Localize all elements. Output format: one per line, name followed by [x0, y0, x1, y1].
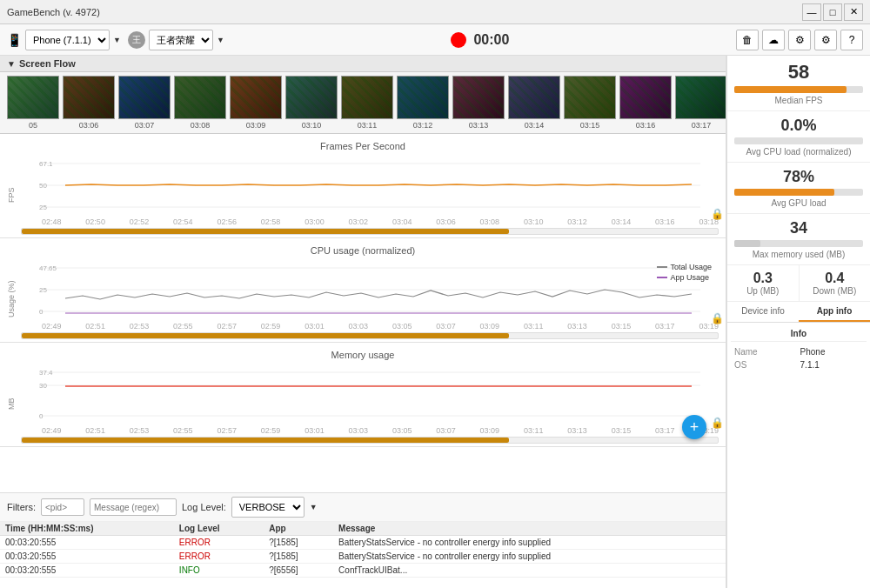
memory-lock-icon[interactable]: 🔒	[711, 417, 724, 429]
cpu-legend-app: App Usage	[670, 273, 709, 282]
max-mem-bar-container	[734, 240, 863, 247]
pid-filter-input[interactable]	[41, 498, 84, 516]
cpu-legend-total: Total Usage	[670, 263, 712, 271]
thumbnail-item[interactable]: 03:13	[452, 76, 505, 130]
log-table-container[interactable]: Time (HH:MM:SS:ms) Log Level App Message…	[0, 522, 726, 588]
dropdown-arrow-icon: ▼	[113, 36, 121, 44]
tab-app-info[interactable]: App info	[799, 302, 870, 322]
memory-y-label: MB	[7, 364, 21, 444]
cpu-scrollbar-thumb	[22, 333, 509, 338]
svg-text:0: 0	[39, 308, 44, 316]
info-panel: Info NamePhoneOS7.1.1	[727, 323, 870, 588]
col-message: Message	[333, 522, 726, 536]
up-stat: 0.3 Up (MB)	[727, 265, 800, 301]
thumbnail-item[interactable]: 05	[7, 76, 59, 130]
thumbnail-item[interactable]: 03:06	[63, 76, 115, 130]
svg-text:67.1: 67.1	[39, 160, 53, 168]
phone-icon: 📱	[7, 33, 22, 47]
up-value: 0.3	[731, 271, 795, 286]
memory-scrollbar[interactable]	[21, 437, 719, 444]
avg-cpu-value: 0.0%	[734, 117, 863, 135]
settings-button[interactable]: ⚙	[788, 30, 811, 50]
memory-scrollbar-thumb	[22, 438, 509, 443]
svg-text:25: 25	[39, 204, 47, 211]
log-filters: Filters: Log Level: VERBOSE ▼	[0, 493, 726, 522]
message-filter-input[interactable]	[90, 498, 177, 516]
avg-gpu-label: Avg GPU load	[734, 198, 863, 208]
device-dropdown[interactable]: Phone (7.1.1)	[25, 30, 110, 50]
median-fps-block: 58 Median FPS	[727, 56, 870, 111]
down-label: Down (MB)	[803, 286, 867, 296]
log-table: Time (HH:MM:SS:ms) Log Level App Message…	[0, 522, 726, 578]
maximize-button[interactable]: □	[823, 3, 842, 21]
down-stat: 0.4 Down (MB)	[800, 265, 871, 301]
down-value: 0.4	[803, 271, 867, 286]
toolbar-icons: 🗑 ☁ ⚙ ⚙ ?	[736, 30, 863, 50]
user-select-area: 王 王者荣耀 ▼	[128, 30, 224, 50]
log-level-select[interactable]: VERBOSE	[231, 497, 304, 518]
cpu-y-label: Usage (%)	[7, 259, 21, 339]
user-dropdown[interactable]: 王者荣耀	[149, 30, 213, 50]
info-row: OS7.1.1	[731, 358, 867, 371]
info-section-title: Info	[731, 326, 867, 342]
thumbnail-item[interactable]: 03:16	[619, 76, 672, 130]
thumbnail-item[interactable]: 03:11	[341, 76, 393, 130]
log-row[interactable]: 00:03:20:555 ERROR ?[1585] BatteryStatsS…	[0, 536, 726, 550]
cpu-svg: 47.65 25 0	[21, 259, 719, 320]
log-row[interactable]: 00:03:20:555 INFO ?[6556] ConfTrackUIBat…	[0, 564, 726, 578]
log-row[interactable]: 00:03:20:555 ERROR ?[1585] BatteryStatsS…	[0, 550, 726, 564]
info-label: OS	[731, 358, 797, 371]
max-mem-value: 34	[734, 219, 863, 237]
thumbnail-item[interactable]: 03:17	[675, 76, 726, 130]
thumbnail-item[interactable]: 03:10	[285, 76, 338, 130]
avg-gpu-block: 78% Avg GPU load	[727, 163, 870, 214]
add-button[interactable]: +	[682, 415, 706, 439]
avg-cpu-block: 0.0% Avg CPU load (normalized)	[727, 111, 870, 163]
fps-lock-icon[interactable]: 🔒	[711, 208, 724, 220]
tab-device-info[interactable]: Device info	[727, 302, 799, 322]
thumbnail-item[interactable]: 03:08	[174, 76, 226, 130]
thumbnail-item[interactable]: 03:14	[508, 76, 560, 130]
window-controls: — □ ✕	[802, 3, 863, 21]
screen-flow-label: Screen Flow	[19, 58, 76, 69]
col-time: Time (HH:MM:SS:ms)	[0, 522, 174, 536]
svg-text:0: 0	[39, 412, 44, 420]
charts-area[interactable]: Frames Per Second FPS 67.1 50 25	[0, 134, 726, 492]
memory-chart-area: MB 37.4 30 0 02:490	[7, 364, 719, 444]
log-app: ?[1585]	[264, 536, 333, 550]
log-level-arrow: ▼	[310, 503, 318, 511]
fps-scrollbar[interactable]	[21, 228, 719, 235]
thumbnail-item[interactable]: 03:12	[397, 76, 449, 130]
col-level: Log Level	[174, 522, 264, 536]
memory-svg: 37.4 30 0	[21, 364, 719, 424]
cpu-lock-icon[interactable]: 🔒	[711, 312, 724, 324]
cpu-scrollbar[interactable]	[21, 332, 719, 339]
right-tabs: Device info App info	[727, 302, 870, 323]
median-fps-value: 58	[734, 61, 863, 84]
svg-text:47.65: 47.65	[39, 264, 57, 272]
thumbnail-item[interactable]: 03:09	[230, 76, 282, 130]
svg-text:50: 50	[39, 182, 47, 190]
right-panel: 58 Median FPS 0.0% Avg CPU load (normali…	[726, 56, 870, 588]
upload-button[interactable]: ☁	[762, 30, 785, 50]
avg-cpu-bar-container	[734, 137, 863, 144]
thumbnail-item[interactable]: 03:07	[118, 76, 171, 130]
fps-svg: 67.1 50 25	[21, 155, 719, 216]
network-stats-row: 0.3 Up (MB) 0.4 Down (MB)	[727, 265, 870, 302]
delete-button[interactable]: 🗑	[736, 30, 759, 50]
info-label: Name	[731, 345, 797, 358]
memory-chart-title: Memory usage	[7, 350, 719, 360]
thumbnail-item[interactable]: 03:15	[564, 76, 616, 130]
record-button[interactable]	[451, 32, 466, 48]
fps-chart-area: FPS 67.1 50 25	[7, 155, 719, 235]
log-message: BatteryStatsService - no controller ener…	[333, 550, 726, 564]
close-button[interactable]: ✕	[844, 3, 863, 21]
minimize-button[interactable]: —	[802, 3, 821, 21]
screen-flow-thumbnails[interactable]: 05 03:06 03:07 03:08 03:09 03:10 03:11	[0, 72, 726, 133]
help-button[interactable]: ?	[840, 30, 863, 50]
screen-flow-header[interactable]: ▼ Screen Flow	[0, 56, 726, 72]
chevron-down-icon: ▼	[7, 59, 16, 69]
record-time: 00:00	[473, 32, 509, 48]
config-button[interactable]: ⚙	[814, 30, 837, 50]
fps-y-label: FPS	[7, 155, 21, 235]
